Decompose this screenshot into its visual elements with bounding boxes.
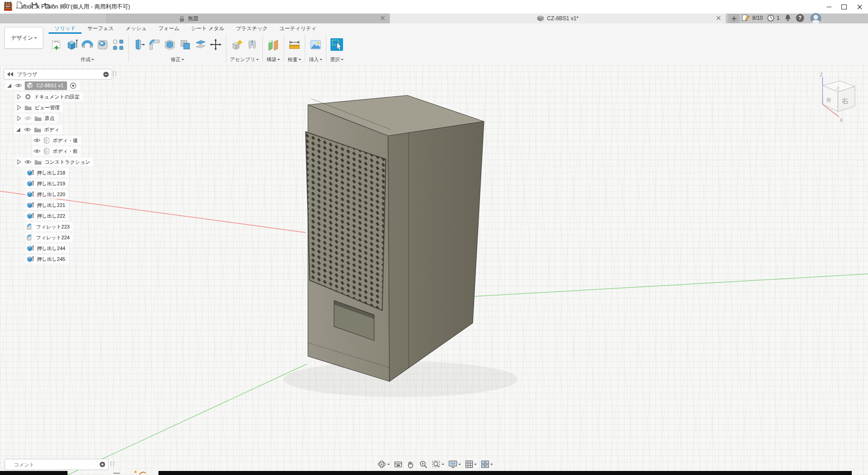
combine-button[interactable] xyxy=(177,34,193,55)
browser-panel-header[interactable]: ブラウザ xyxy=(4,69,112,80)
comment-bar-handle[interactable] xyxy=(111,461,114,466)
visibility-eye-icon[interactable] xyxy=(33,138,41,143)
insert-button[interactable] xyxy=(308,34,323,55)
visibility-eye-off-icon[interactable] xyxy=(24,116,32,121)
redo-button[interactable] xyxy=(59,2,72,9)
extrude-button[interactable] xyxy=(64,34,80,55)
create-menu[interactable]: 作成 xyxy=(81,56,94,63)
feature-item-extrude[interactable]: 押し出し220 xyxy=(0,190,68,199)
browser-item-body-front[interactable]: ボディ・前 xyxy=(0,147,81,156)
select-button[interactable] xyxy=(329,34,344,55)
collapsed-arrow-icon[interactable] xyxy=(16,104,22,111)
offset-face-button[interactable] xyxy=(193,34,208,55)
account-avatar[interactable] xyxy=(810,13,821,24)
inspect-menu[interactable]: 検査 xyxy=(288,56,301,63)
job-status-indicator[interactable]: 1 xyxy=(767,14,780,22)
tab-solid[interactable]: ソリッド xyxy=(49,24,81,34)
feature-item-extrude[interactable]: 押し出し244 xyxy=(0,244,68,253)
feature-item-extrude[interactable]: 押し出し222 xyxy=(0,211,68,220)
move-copy-button[interactable] xyxy=(208,34,223,55)
new-component-button[interactable] xyxy=(229,34,244,55)
maximize-button[interactable] xyxy=(836,0,852,13)
measure-button[interactable] xyxy=(287,34,302,55)
display-settings-button[interactable] xyxy=(448,460,461,468)
document-tab-active[interactable]: CZ-8BS1 v1* xyxy=(390,13,726,23)
feature-item-extrude[interactable]: 押し出し245 xyxy=(0,255,68,264)
save-button[interactable] xyxy=(30,2,39,9)
hole-button[interactable] xyxy=(95,34,110,55)
browser-item-construction[interactable]: コンストラクション xyxy=(0,157,93,166)
browser-item-body-rear[interactable]: ボディ・後 xyxy=(0,136,81,145)
undo-button[interactable] xyxy=(42,2,55,9)
expanded-arrow-icon[interactable] xyxy=(15,127,21,133)
expanded-arrow-icon[interactable] xyxy=(6,83,12,89)
look-at-button[interactable] xyxy=(394,461,402,468)
visibility-eye-icon[interactable] xyxy=(15,83,22,88)
minimize-button[interactable] xyxy=(821,0,836,13)
notifications-button[interactable] xyxy=(784,14,791,22)
pattern-button[interactable] xyxy=(110,34,126,55)
tab-mesh[interactable]: メッシュ xyxy=(120,24,153,34)
browser-resize-handle[interactable] xyxy=(113,71,116,76)
fit-button[interactable] xyxy=(432,460,444,469)
orbit-button[interactable] xyxy=(377,460,390,469)
browser-item-named-views[interactable]: ビュー管理 xyxy=(0,103,63,112)
tab-utilities[interactable]: ユーティリティ xyxy=(274,24,322,34)
feature-item-extrude[interactable]: 押し出し219 xyxy=(0,179,68,188)
edits-remaining-indicator[interactable]: 8/10 xyxy=(742,14,763,22)
pan-button[interactable] xyxy=(407,460,415,469)
visibility-eye-icon[interactable] xyxy=(24,159,32,165)
tab-form[interactable]: フォーム xyxy=(153,24,185,34)
close-tab-button[interactable] xyxy=(716,15,721,22)
feature-item-fillet[interactable]: フィレット223 xyxy=(0,222,73,231)
collapsed-arrow-icon[interactable] xyxy=(16,159,22,165)
close-tab-button[interactable] xyxy=(380,15,385,22)
select-menu[interactable]: 選択 xyxy=(330,56,344,63)
tab-sheet-metal[interactable]: シート メタル xyxy=(185,24,231,34)
view-cube[interactable]: Z X 上 前 右 xyxy=(801,72,868,130)
add-comment-icon[interactable] xyxy=(99,462,105,467)
viewports-button[interactable] xyxy=(481,460,493,468)
visibility-eye-icon[interactable] xyxy=(33,148,41,154)
feature-item-fillet[interactable]: フィレット224 xyxy=(0,233,73,242)
shell-button[interactable] xyxy=(162,34,177,55)
tab-surface[interactable]: サーフェス xyxy=(81,24,120,34)
browser-item-component-root[interactable]: CZ-8BS1 v1 xyxy=(0,81,80,90)
close-window-button[interactable] xyxy=(852,0,867,13)
tab-plastic[interactable]: プラスチック xyxy=(230,24,274,34)
press-pull-button[interactable] xyxy=(131,34,147,55)
timeline-feature-icons[interactable] xyxy=(112,471,157,475)
document-tab-untitled[interactable]: 無題 xyxy=(106,13,390,23)
modify-menu[interactable]: 修正 xyxy=(171,56,184,63)
app-grid-menu-button[interactable] xyxy=(4,2,12,9)
comment-input[interactable] xyxy=(5,462,99,468)
browser-item-origin[interactable]: 原点 xyxy=(0,114,58,123)
browser-item-bodies-folder[interactable]: ボディ xyxy=(0,125,63,134)
fillet-button[interactable] xyxy=(147,34,162,55)
collapsed-arrow-icon[interactable] xyxy=(16,94,22,100)
feature-item-extrude[interactable]: 押し出し221 xyxy=(0,201,68,210)
selected-item[interactable]: CZ-8BS1 v1 xyxy=(25,81,67,90)
construct-menu[interactable]: 構築 xyxy=(267,56,280,63)
model-3d[interactable] xyxy=(0,65,868,475)
assembly-menu[interactable]: アセンブリ xyxy=(230,56,259,63)
browser-item-document-settings[interactable]: ドキュメントの設定 xyxy=(0,92,83,101)
timeline-bar[interactable] xyxy=(158,471,852,475)
activate-radio-icon[interactable] xyxy=(70,82,77,89)
grid-snap-button[interactable] xyxy=(465,460,477,468)
revolve-button[interactable] xyxy=(80,34,95,55)
visibility-eye-icon[interactable] xyxy=(24,127,31,132)
joint-button[interactable] xyxy=(244,34,260,55)
create-sketch-button[interactable] xyxy=(49,34,64,55)
feature-item-extrude[interactable]: 押し出し218 xyxy=(0,168,68,177)
workspace-selector[interactable]: デザイン xyxy=(5,27,43,49)
comment-bar[interactable] xyxy=(5,459,108,470)
panel-options-icon[interactable] xyxy=(103,72,109,77)
zoom-button[interactable] xyxy=(419,460,428,469)
new-tab-button[interactable] xyxy=(728,14,740,23)
help-button[interactable]: ? xyxy=(796,14,804,22)
file-menu-button[interactable] xyxy=(15,1,27,9)
construction-plane-button[interactable] xyxy=(266,34,281,55)
collapsed-arrow-icon[interactable] xyxy=(16,115,22,121)
insert-menu[interactable]: 挿入 xyxy=(309,56,322,63)
